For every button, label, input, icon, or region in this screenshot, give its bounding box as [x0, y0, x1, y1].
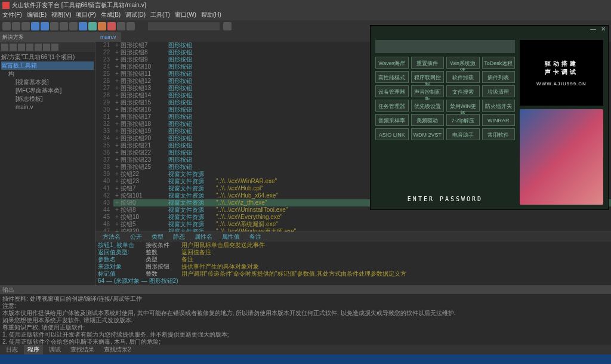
tree-project[interactable]: 留言板工具箱: [1, 61, 94, 70]
app-button[interactable]: 软件卸载: [446, 71, 480, 83]
solution-explorer: 解决方案 解/方案"工具箱66"(1个项目) 留言板工具箱 构 [视窗基本类][…: [0, 32, 95, 285]
console-line: 本版本仅用作提供给用户体验及测试本系统时使用, 其中可能存在错误或者被修复的地方…: [2, 310, 609, 317]
menu-item[interactable]: 编辑(E): [27, 11, 47, 20]
tool-new-icon[interactable]: [2, 22, 11, 30]
tool-cut-icon[interactable]: [50, 22, 58, 30]
app-search-input[interactable]: [375, 40, 515, 53]
app-button[interactable]: ToDesk远程: [482, 57, 516, 69]
console-line: 如果您想使用本系统开发软件, 请期正式发放版本.: [2, 317, 609, 324]
side-btn-6[interactable]: [43, 44, 50, 51]
brand-line2: 声卡调试: [545, 68, 578, 76]
app-button[interactable]: Win系统激活: [446, 57, 480, 69]
menu-item[interactable]: 工具(T): [150, 11, 170, 20]
properties-panel: 方法名公开类型静态属性名属性值备注按钮1_被单击接收条件用户用鼠标单击后突发送此…: [95, 232, 611, 285]
tool-paste-icon[interactable]: [69, 22, 78, 30]
tool-debug-icon[interactable]: [98, 22, 106, 30]
app-button[interactable]: 文件搜索: [446, 85, 480, 97]
tree-item[interactable]: [视窗基本类]: [1, 78, 94, 87]
prop-row[interactable]: 来源对象图形按钮提供事件产生的具体对象对象: [95, 263, 611, 270]
tool-open-icon[interactable]: [12, 22, 20, 30]
menu-item[interactable]: 视图(V): [51, 11, 71, 20]
sidebar-header: 解决方案: [0, 32, 95, 42]
bottom-tabs: 日志程序调试查找结果查找结果2: [0, 345, 611, 354]
tree-folder[interactable]: 构: [1, 70, 94, 78]
bottom-tab[interactable]: 查找结果2: [100, 345, 135, 354]
tool-step-icon[interactable]: [126, 22, 135, 30]
enter-password-label: ENTER PASSWORD: [375, 193, 515, 205]
side-btn-1[interactable]: [1, 44, 8, 51]
menu-item[interactable]: 窗口(W): [175, 11, 196, 20]
app-button[interactable]: 禁用WIN更新: [446, 100, 480, 112]
side-btn-2[interactable]: [10, 44, 17, 51]
app-button[interactable]: 电音助手: [446, 128, 480, 140]
app-button[interactable]: 音频采样率: [375, 114, 409, 126]
search-go-icon[interactable]: [223, 22, 232, 30]
app-button[interactable]: 美频驱动: [411, 114, 445, 126]
status-bar: [0, 354, 611, 364]
tool-build-icon[interactable]: [117, 22, 125, 30]
menu-item[interactable]: 项目(P): [76, 11, 95, 20]
tool-find-icon[interactable]: [79, 22, 87, 30]
app-button[interactable]: 防火墙开关: [482, 100, 516, 112]
console-line: 1. 使用正版软件可以让开发者有能力为您持续提供服务, 并不断提供更新更强大的版…: [2, 331, 609, 338]
tree-item[interactable]: [标志模板]: [1, 95, 94, 103]
app-button[interactable]: 重置插件: [411, 57, 445, 69]
tree-item[interactable]: [MFC界面基本类]: [1, 87, 94, 95]
app-button[interactable]: 程序联网控制: [411, 71, 445, 83]
app-button[interactable]: 高性能模式: [375, 71, 409, 83]
title-bar: 火山软件开发平台 [工具箱66/留言板工具箱/main.v]: [0, 0, 611, 11]
output-panel: 输出插件资料: 处理视窗项目的创建/编译/连接/调试等工作注意: 本版本仅用作提…: [0, 285, 611, 345]
bottom-tab[interactable]: 调试: [45, 345, 64, 354]
app-button[interactable]: 设备管理器: [375, 85, 409, 97]
prop-row[interactable]: 按钮1_被单击接收条件用户用鼠标单击后突发送此事件: [95, 242, 611, 249]
menu-item[interactable]: 调试(D): [125, 11, 146, 20]
brand-image: [520, 109, 603, 205]
app-button[interactable]: 优先级设置: [411, 100, 445, 112]
side-btn-7[interactable]: [51, 44, 58, 51]
app-button[interactable]: ASIO LINK: [375, 128, 409, 140]
app-button[interactable]: Waves海岸: [375, 57, 409, 69]
app-button[interactable]: 垃圾清理: [482, 85, 516, 97]
menu-item[interactable]: 生成(B): [101, 11, 121, 20]
console-line: 尊重知识产权, 请使用正版软件:: [2, 324, 609, 331]
bottom-tab[interactable]: 日志: [2, 345, 21, 354]
menu-item[interactable]: 帮助(H): [201, 11, 221, 20]
code-line[interactable]: 46+按钮5视窗文件资源"..\\..\\cx\\系统漏洞.exe": [95, 221, 611, 228]
app-button[interactable]: 插件列表: [482, 71, 516, 83]
bottom-tab[interactable]: 查找结果: [67, 345, 98, 354]
console-line: 注意:: [2, 303, 609, 310]
close-icon[interactable]: ✕: [601, 26, 606, 35]
tool-stop-icon[interactable]: [107, 22, 116, 30]
code-line[interactable]: 47+按钮20视窗文件资源"..\\..\\cx\\Windows更大师.exe…: [95, 228, 611, 232]
tool-undo-icon[interactable]: [31, 22, 39, 30]
tree-solution[interactable]: 解/方案"工具箱66"(1个项目): [1, 53, 94, 61]
code-line[interactable]: 45+按钮10视窗文件资源"..\\..\\cx\\Everything.exe…: [95, 214, 611, 221]
app-button[interactable]: 常用软件: [482, 128, 516, 140]
sidebar-toolbar: [0, 42, 95, 52]
app-button-grid: Waves海岸重置插件Win系统激活ToDesk远程高性能模式程序联网控制软件卸…: [375, 57, 515, 140]
tool-redo-icon[interactable]: [41, 22, 49, 30]
app-button[interactable]: WINRAR: [482, 114, 516, 126]
prop-row[interactable]: 参数名类型备注: [95, 256, 611, 263]
project-tree: 解/方案"工具箱66"(1个项目) 留言板工具箱 构 [视窗基本类][MFC界面…: [0, 52, 95, 113]
tree-item[interactable]: main.v: [1, 103, 94, 112]
side-btn-5[interactable]: [35, 44, 42, 51]
running-app-window: — ✕ Waves海岸重置插件Win系统激活ToDesk远程高性能模式程序联网控…: [370, 25, 609, 210]
window-title: 火山软件开发平台 [工具箱66/留言板工具箱/main.v]: [12, 1, 146, 10]
prop-row[interactable]: 返回值类型:整数返回值备注:: [95, 249, 611, 256]
prop-row[interactable]: 标记值整数用户调用"传递条件"命令时所提供的"标记值"参数值,其处方式由条件处理…: [95, 270, 611, 277]
minimize-icon[interactable]: —: [590, 26, 596, 35]
tab-main[interactable]: main.v: [95, 32, 121, 42]
app-button[interactable]: 任务管理器: [375, 100, 409, 112]
tool-run-icon[interactable]: [88, 22, 97, 30]
app-button[interactable]: 7-Zip解压: [446, 114, 480, 126]
tool-copy-icon[interactable]: [60, 22, 68, 30]
bottom-tab[interactable]: 程序: [24, 345, 43, 354]
side-btn-3[interactable]: [18, 44, 25, 51]
tool-save-icon[interactable]: [21, 22, 30, 30]
search-toolbar-input[interactable]: [148, 22, 220, 30]
side-btn-4[interactable]: [26, 44, 33, 51]
app-button[interactable]: 声音控制面板: [411, 85, 445, 97]
app-button[interactable]: WDM 2VST: [411, 128, 445, 140]
menu-item[interactable]: 文件(F): [2, 11, 22, 20]
